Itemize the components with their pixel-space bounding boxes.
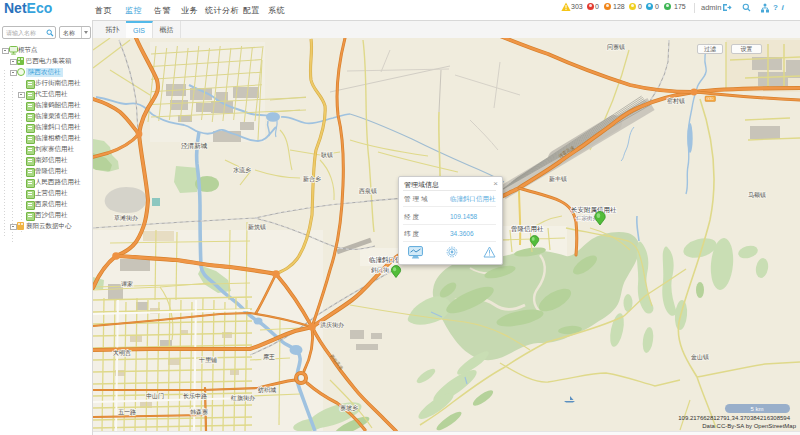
svg-text:红旗街办: 红旗街办: [230, 395, 255, 402]
svg-text:窑村镇: 窑村镇: [667, 97, 685, 105]
svg-text:马额镇: 马额镇: [748, 191, 766, 198]
svg-text:中山门: 中山门: [146, 392, 164, 399]
svg-text:韩森寨: 韩森寨: [190, 408, 208, 415]
svg-text:曾隆信用社: 曾隆信用社: [511, 225, 544, 233]
svg-text:谭家: 谭家: [121, 280, 133, 287]
svg-text:5 km: 5 km: [750, 406, 763, 412]
svg-text:长安附属信用社: 长安附属信用社: [571, 206, 617, 214]
svg-text:席王: 席王: [263, 353, 275, 360]
svg-text:问寨镇: 问寨镇: [607, 43, 625, 51]
svg-text:金山镇: 金山镇: [690, 354, 709, 360]
svg-text:新合乡: 新合乡: [303, 175, 321, 183]
svg-text:耿镇: 耿镇: [321, 152, 333, 158]
svg-text:109.217662812791,34.3703842163: 109.217662812791,34.370384216308594: [678, 415, 790, 421]
svg-text:Data CC-By-SA by OpenStreetMap: Data CC-By-SA by OpenStreetMap: [702, 423, 796, 429]
svg-text:G30: G30: [706, 96, 714, 101]
svg-text:大明宫: 大明宫: [113, 349, 131, 357]
svg-text:新丰镇: 新丰镇: [549, 175, 567, 182]
svg-text:寨坡乡: 寨坡乡: [340, 404, 358, 411]
svg-text:长乐中路: 长乐中路: [183, 393, 207, 400]
svg-text:泾渭新城: 泾渭新城: [181, 142, 208, 150]
svg-text:纺织城: 纺织城: [258, 386, 276, 394]
svg-text:新筑镇: 新筑镇: [248, 223, 266, 231]
svg-text:五一路: 五一路: [118, 409, 136, 416]
svg-text:西泉镇: 西泉镇: [359, 188, 377, 195]
svg-text:斜口街: 斜口街: [371, 267, 390, 274]
svg-text:洪庆街办: 洪庆街办: [320, 321, 344, 329]
svg-text:水流乡: 水流乡: [233, 166, 251, 174]
svg-text:草滩街办: 草滩街办: [114, 215, 138, 222]
svg-text:十里铺: 十里铺: [198, 357, 217, 363]
